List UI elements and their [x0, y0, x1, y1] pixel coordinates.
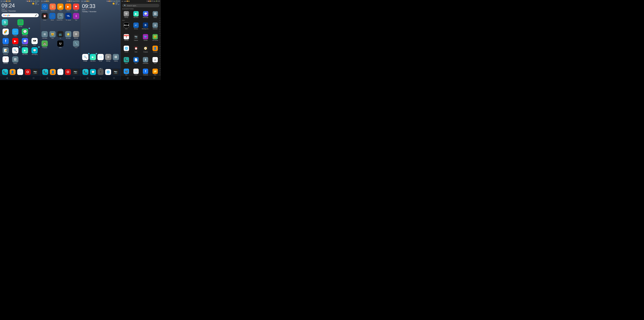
alpha-e[interactable]: E [160, 29, 160, 30]
alpha-y[interactable]: Y [160, 72, 160, 73]
alpha-b[interactable]: B [160, 22, 160, 23]
alpha-s[interactable]: S [160, 59, 160, 60]
recents-btn-1[interactable]: □ [33, 77, 34, 79]
alpha-j[interactable]: J [160, 39, 160, 40]
dock-email-2[interactable]: ✉️ [58, 69, 63, 75]
app-spotify[interactable]: 🎵 Spotify [17, 19, 24, 28]
app-maps[interactable]: 🗺 Maps [30, 37, 39, 46]
app-slack[interactable]: S Slack [2, 19, 8, 28]
dock-contacts-2[interactable]: 👤 [50, 69, 56, 75]
app-clock-s2[interactable]: ⏰ Clock [41, 12, 48, 21]
app-messaging[interactable]: 💬 Messaging [30, 47, 39, 56]
back-btn-1[interactable]: ◁ [6, 77, 8, 79]
dock-email-3[interactable]: ✉️ Email [97, 53, 104, 62]
app-camera-drawer[interactable]: 📷 Camera [131, 33, 141, 45]
alpha-v[interactable]: V [160, 66, 160, 67]
app-youtube[interactable]: ▶ YouTube [10, 37, 20, 46]
app-compass[interactable]: 🧭 Compass [141, 45, 150, 56]
alpha-c[interactable]: C [160, 24, 160, 25]
dock-phone-2[interactable]: 📞 [42, 69, 48, 75]
alpha-u[interactable]: U [160, 63, 160, 65]
app-tools[interactable]: 🔧 Tools [72, 40, 80, 49]
alpha-z[interactable]: Z [160, 74, 160, 75]
search-bar-drawer[interactable]: 🔍 Search apps... [122, 4, 159, 7]
app-gallery-s1[interactable]: 🖼 Gallery [10, 56, 20, 65]
app-music[interactable]: 🎵 Music [49, 12, 56, 21]
app-calculator[interactable]: ⊞ Calculator [41, 30, 48, 39]
app-calendar-drawer[interactable]: Tuesday 7 Calendar [122, 33, 131, 45]
app-google-s1[interactable]: 🔍 Google [10, 47, 20, 56]
home-btn-4[interactable]: ○ [140, 77, 142, 79]
alpha-d[interactable]: D [160, 26, 160, 27]
alpha-w[interactable]: W [160, 68, 160, 69]
app-tips[interactable]: ℹ Tips [72, 12, 80, 21]
app-calc-drawer[interactable]: ⊞ Calculator [150, 22, 160, 33]
app-chrome-drawer[interactable]: 🌐 Chrome [122, 45, 131, 56]
dock-playstore-3[interactable]: ▶ Play Store [89, 53, 97, 62]
app-downloads[interactable]: ⬇ Downloads [141, 56, 150, 68]
app-clock-drawer[interactable]: ⏰ Clock [131, 45, 141, 56]
app-backup[interactable]: ↩ Backup [131, 22, 141, 33]
dock-google-3[interactable]: 🔍 Google [82, 53, 89, 62]
app-contacts-drawer[interactable]: 👤 Contacts [150, 45, 160, 56]
dock-email-1[interactable]: ✉️ [17, 69, 23, 75]
app-whatsapp[interactable]: 💬 WhatsApp [20, 28, 30, 37]
recents-btn-4[interactable]: □ [154, 77, 155, 79]
app-photos[interactable]: 🌈 Photos [1, 28, 10, 37]
recents-btn-3[interactable]: □ [113, 77, 114, 79]
app-messenger-s1[interactable]: 💬 Messenger [20, 37, 30, 46]
mic-icon-1[interactable]: 🎤 [35, 14, 37, 16]
app-calendar-s1[interactable]: 7 Calendar [1, 56, 10, 65]
alpha-h[interactable]: H [160, 35, 160, 36]
alpha-q[interactable]: Q [160, 55, 160, 56]
recents-btn-2[interactable]: □ [73, 77, 74, 79]
app-settings-s2[interactable]: ⚙ Settings [72, 30, 80, 39]
alpha-p[interactable]: P [160, 53, 160, 54]
dock-phone-3[interactable]: 📞 [82, 69, 88, 75]
alpha-r[interactable]: R [160, 57, 160, 58]
home-btn-1[interactable]: ○ [20, 77, 21, 79]
app-tfl[interactable]: TfL TfL Oyster [65, 12, 72, 21]
dock-dialler-3[interactable]: ⠿ [98, 69, 104, 75]
app-cats[interactable]: 🐱 Cats [49, 30, 56, 39]
app-twitter[interactable]: 🐦 Twitter [10, 28, 20, 37]
app-playstore-s1[interactable]: ▶ Play Store [20, 47, 30, 56]
dock-camera-3[interactable]: 📷 [113, 69, 119, 75]
alpha-a[interactable]: A [160, 20, 160, 21]
dock-camera-2[interactable]: 📷 [72, 69, 78, 75]
dock-camera-1[interactable]: 📷 [32, 69, 38, 75]
back-btn-2[interactable]: ◁ [46, 77, 48, 79]
alpha-l[interactable]: L [160, 44, 160, 45]
alpha-n[interactable]: N [160, 48, 160, 49]
app-uber[interactable]: U Uber [57, 40, 64, 49]
app-soundrec[interactable]: 🎤 Sound Reco... [56, 12, 64, 21]
dock-phone-1[interactable]: 📞 [2, 69, 8, 75]
suggestion-playstore[interactable]: ▶ Play Store [131, 10, 140, 19]
dock-messages-3[interactable]: 💬 [90, 69, 96, 75]
app-topapps[interactable]: ⭐ Top Apps [64, 30, 72, 39]
dock-opera-1[interactable]: O [25, 69, 31, 75]
app-notepad[interactable]: 📝 Notepad [1, 47, 10, 56]
app-videos[interactable]: ▶ Videos [64, 3, 72, 12]
dock-gallery-3[interactable]: 🖼 Gallery [112, 53, 120, 62]
app-tv[interactable]: 📺 TV [57, 30, 64, 39]
app-catbird[interactable]: 🐦 Cat Bird [141, 33, 150, 45]
dock-opera-2[interactable]: O [65, 69, 71, 75]
alpha-x[interactable]: X [160, 70, 160, 71]
app-themes[interactable]: 🎨 Themes [49, 3, 56, 12]
back-btn-4[interactable]: ◁ [127, 77, 128, 79]
app-polytopia[interactable]: 🏰 Polytopia [41, 40, 48, 49]
suggestion-messenger[interactable]: 💬 Messenger [141, 10, 150, 19]
app-dialler-drawer[interactable]: 📞 Dialler [122, 56, 131, 68]
alpha-f[interactable]: F [160, 31, 160, 32]
app-phone-manager[interactable]: 🛡 Phone Man... [41, 3, 49, 12]
dock-settings-3[interactable]: ⚙ Settings [104, 53, 112, 62]
app-all4[interactable]: ALL4 All 4 [122, 22, 131, 33]
google-search-bar-1[interactable]: Google 🎤 [2, 13, 39, 17]
alpha-o[interactable]: O [160, 50, 160, 51]
alpha-m[interactable]: M [160, 46, 160, 47]
alpha-hash[interactable]: # [160, 18, 160, 19]
alpha-k[interactable]: K [160, 42, 160, 43]
app-drive[interactable]: △ Drive [150, 56, 160, 68]
app-files-s2[interactable]: 📁 Files [57, 3, 64, 12]
